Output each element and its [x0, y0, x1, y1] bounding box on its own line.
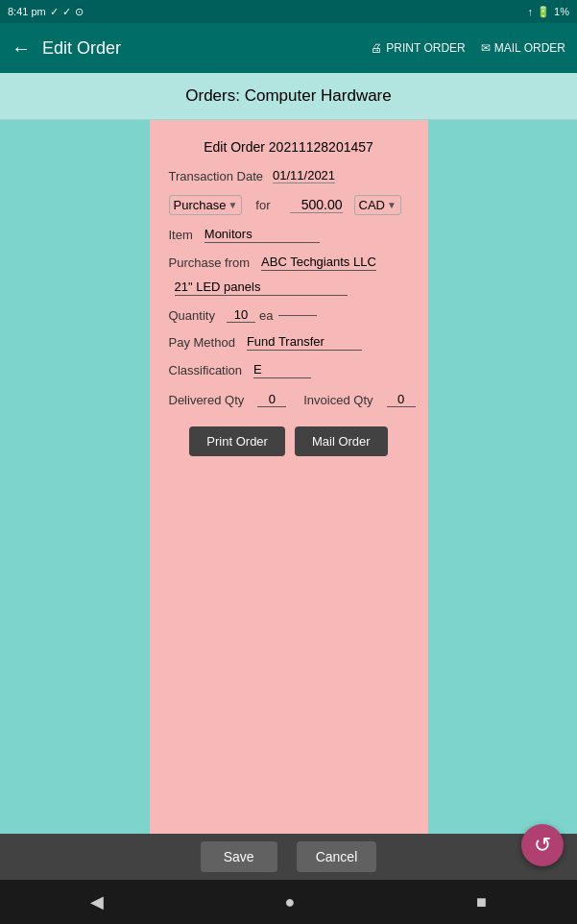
delivered-qty-label: Delivered Qty: [169, 393, 245, 407]
mail-order-button[interactable]: ✉ MAIL ORDER: [481, 41, 565, 55]
print-icon: 🖨: [371, 41, 382, 55]
description-row: 21" LED panels: [169, 279, 409, 296]
paymethod-value[interactable]: Fund Transfer: [247, 334, 362, 351]
quantity-row: Quantity 10 ea: [169, 307, 409, 323]
purchase-from-value[interactable]: ABC Techgiants LLC: [261, 255, 376, 271]
app-bar-actions: 🖨 PRINT ORDER ✉ MAIL ORDER: [371, 41, 565, 55]
fab-button[interactable]: ↺: [521, 824, 564, 866]
purchase-row: Purchase ▼ for 500.00 CAD ▼: [169, 195, 409, 215]
delivered-row: Delivered Qty 0 Invoiced Qty 0: [169, 392, 409, 407]
mail-order-form-button[interactable]: Mail Order: [295, 426, 388, 456]
battery-icon: 🔋: [537, 6, 550, 18]
delivered-qty-value[interactable]: 0: [257, 392, 286, 407]
status-bar: 8:41 pm ✓ ✓ ⊙ ↑ 🔋 1%: [0, 0, 577, 23]
purchase-from-row: Purchase from ABC Techgiants LLC: [169, 255, 409, 271]
nav-back-button[interactable]: ◀: [83, 884, 111, 920]
print-order-form-button[interactable]: Print Order: [189, 426, 285, 456]
invoiced-qty-label: Invoiced Qty: [303, 393, 373, 407]
check2-icon: ✓: [62, 6, 71, 18]
form-card: Edit Order 20211128201457 Transaction Da…: [150, 120, 428, 834]
bottom-bar: Save Cancel: [0, 834, 577, 880]
cancel-button[interactable]: Cancel: [297, 841, 377, 872]
page-title: Orders: Computer Hardware: [0, 73, 577, 120]
quantity-label: Quantity: [169, 308, 215, 323]
fab-icon: ↺: [534, 833, 551, 858]
transaction-date-row: Transaction Date 01/11/2021: [169, 168, 409, 183]
currency-chevron-icon: ▼: [387, 200, 397, 210]
for-label: for: [255, 198, 270, 212]
save-button[interactable]: Save: [201, 841, 277, 872]
mail-icon: ✉: [481, 41, 491, 55]
item-label: Item: [169, 228, 193, 242]
app-bar: ← Edit Order 🖨 PRINT ORDER ✉ MAIL ORDER: [0, 23, 577, 73]
classification-label: Classification: [169, 363, 243, 377]
purchase-label: Purchase: [174, 198, 227, 212]
purchase-dropdown[interactable]: Purchase ▼: [169, 195, 243, 215]
app-bar-title: Edit Order: [42, 38, 371, 59]
arrow-icon: ↑: [528, 6, 534, 17]
buttons-row: Print Order Mail Order: [169, 426, 409, 456]
status-time: 8:41 pm: [8, 6, 46, 17]
paymethod-row: Pay Method Fund Transfer: [169, 334, 409, 351]
currency-dropdown[interactable]: CAD ▼: [354, 195, 401, 215]
form-card-title: Edit Order 20211128201457: [169, 139, 409, 155]
invoiced-qty-value[interactable]: 0: [387, 392, 416, 407]
quantity-unit: ea: [259, 308, 273, 323]
chevron-down-icon: ▼: [228, 200, 237, 210]
status-bar-right: ↑ 🔋 1%: [528, 6, 569, 18]
currency-label: CAD: [359, 198, 385, 212]
description-value[interactable]: 21" LED panels: [175, 280, 348, 296]
status-bar-left: 8:41 pm ✓ ✓ ⊙: [8, 6, 84, 18]
battery-level: 1%: [554, 6, 569, 17]
paymethod-label: Pay Method: [169, 335, 235, 350]
signal-icon: ⊙: [75, 6, 84, 18]
amount-value[interactable]: 500.00: [290, 197, 343, 213]
classification-value[interactable]: E: [253, 362, 311, 378]
transaction-date-value[interactable]: 01/11/2021: [273, 168, 335, 183]
item-value[interactable]: Monitors: [204, 227, 320, 243]
purchase-from-label: Purchase from: [169, 255, 251, 270]
back-arrow-icon[interactable]: ←: [12, 37, 31, 60]
check-icon: ✓: [50, 6, 59, 18]
main-content: Edit Order 20211128201457 Transaction Da…: [0, 120, 577, 834]
nav-recent-button[interactable]: ■: [469, 885, 494, 920]
nav-bar: ◀ ● ■: [0, 880, 577, 924]
item-row: Item Monitors: [169, 227, 409, 243]
nav-home-button[interactable]: ●: [277, 885, 303, 920]
quantity-value[interactable]: 10: [227, 307, 255, 323]
transaction-date-label: Transaction Date: [169, 169, 264, 183]
print-order-button[interactable]: 🖨 PRINT ORDER: [371, 41, 465, 55]
classification-row: Classification E: [169, 362, 409, 378]
